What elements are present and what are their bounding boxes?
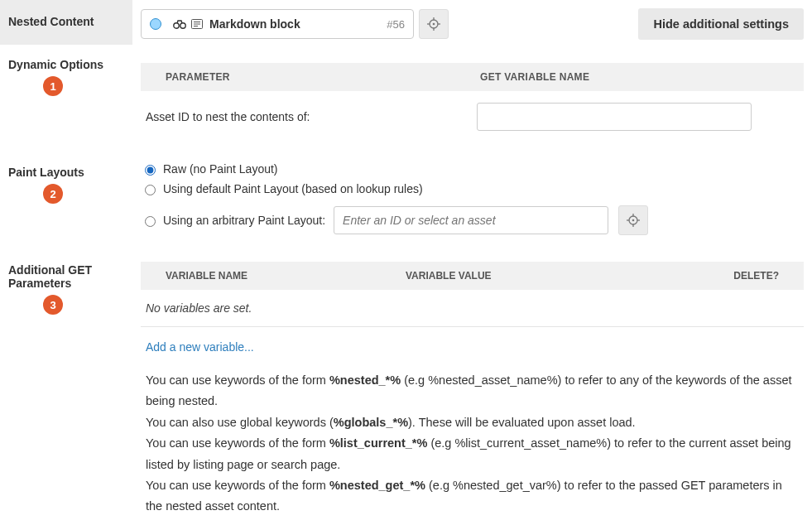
- section-label-paint: Paint Layouts: [8, 166, 124, 179]
- section-label-dynamic: Dynamic Options: [8, 58, 124, 71]
- target-picker-button[interactable]: [419, 9, 449, 39]
- status-circle-icon: [150, 18, 161, 30]
- arbitrary-target-picker-button[interactable]: [618, 205, 648, 235]
- asset-type-icon: [191, 19, 203, 29]
- paint-option-default[interactable]: Using default Paint Layout (based on loo…: [141, 179, 804, 199]
- asset-id-get-var-input[interactable]: [477, 103, 752, 131]
- help-text: You can use keywords of the form %nested…: [141, 370, 804, 525]
- dynamic-row-asset-id: Asset ID to nest the contents of:: [141, 91, 804, 147]
- svg-point-0: [174, 23, 179, 28]
- paint-radio-arbitrary[interactable]: [145, 216, 156, 227]
- step-badge-1: 1: [43, 76, 63, 96]
- section-label-getparams: Additional GET Parameters: [8, 263, 124, 290]
- paint-radio-default[interactable]: [145, 185, 156, 195]
- col-variable-name: VARIABLE NAME: [166, 270, 406, 282]
- no-variables-message: No variables are set.: [141, 290, 804, 327]
- getparams-table-header: VARIABLE NAME VARIABLE VALUE DELETE?: [141, 262, 804, 290]
- hide-additional-settings-button[interactable]: Hide additional settings: [638, 8, 804, 40]
- add-new-variable-link[interactable]: Add a new variable...: [141, 327, 804, 370]
- asset-id-param-label: Asset ID to nest the contents of:: [146, 110, 477, 123]
- col-get-variable: GET VARIABLE NAME: [480, 71, 589, 83]
- paint-option-arbitrary: Using an arbitrary Paint Layout:: [141, 199, 804, 238]
- dynamic-table-header: PARAMETER GET VARIABLE NAME: [141, 63, 804, 91]
- svg-point-1: [180, 23, 185, 28]
- nested-content-section: Nested Content Markdown block #56 Hide a…: [0, 0, 812, 48]
- step-badge-2: 2: [43, 184, 63, 204]
- col-variable-value: VARIABLE VALUE: [406, 270, 721, 282]
- additional-get-parameters-section: Additional GET Parameters 3 VARIABLE NAM…: [0, 253, 812, 525]
- svg-point-13: [632, 219, 635, 222]
- paint-layouts-section: Paint Layouts 2 Raw (no Paint Layout) Us…: [0, 156, 812, 238]
- paint-option-raw[interactable]: Raw (no Paint Layout): [141, 159, 804, 179]
- col-parameter: PARAMETER: [166, 71, 480, 83]
- arbitrary-paint-layout-input[interactable]: [334, 206, 608, 234]
- section-label-nested: Nested Content: [0, 0, 132, 45]
- asset-chip[interactable]: Markdown block #56: [141, 9, 414, 39]
- paint-label-raw: Raw (no Paint Layout): [163, 162, 278, 176]
- binoculars-icon: [173, 19, 186, 29]
- paint-radio-raw[interactable]: [145, 165, 156, 176]
- paint-label-default: Using default Paint Layout (based on loo…: [163, 182, 423, 195]
- asset-id: #56: [387, 18, 405, 31]
- asset-name: Markdown block: [209, 17, 387, 31]
- col-delete: DELETE?: [721, 270, 779, 282]
- svg-point-7: [433, 23, 435, 26]
- step-badge-3: 3: [43, 295, 63, 315]
- paint-label-arbitrary: Using an arbitrary Paint Layout:: [163, 214, 325, 227]
- dynamic-options-section: Dynamic Options 1 PARAMETER GET VARIABLE…: [0, 48, 812, 147]
